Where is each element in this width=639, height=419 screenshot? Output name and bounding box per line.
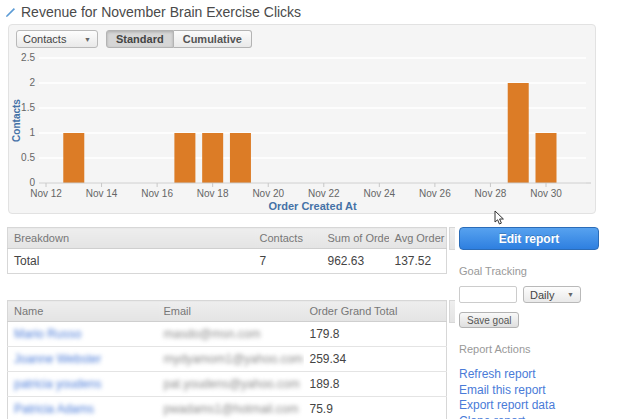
page-title: Revenue for November Brain Exercise Clic…: [21, 4, 301, 20]
x-tick-label: Nov 30: [530, 188, 562, 199]
breakdown-cell: 962.63: [322, 249, 389, 274]
contact-name-cell: patricia youdens: [8, 372, 158, 397]
contact-email-cell: masdo@msn.com: [158, 322, 304, 347]
table-row: Mario Russomasdo@msn.com179.8: [8, 322, 447, 347]
table-row: Patricia Adamspwadams1@hotmail.com75.9: [8, 397, 447, 419]
page-header: Revenue for November Brain Exercise Clic…: [5, 4, 301, 20]
report-action-link[interactable]: Refresh report: [459, 369, 597, 381]
truncated-column-sliver: [449, 300, 455, 323]
x-axis-title: Order Created At: [268, 200, 357, 212]
report-sidebar: Edit report Goal Tracking Daily ▼ Save g…: [459, 227, 597, 419]
goal-interval-select[interactable]: Daily ▼: [523, 286, 581, 303]
edit-pencil-icon[interactable]: [5, 7, 16, 18]
contacts-col-header: Email: [158, 301, 304, 322]
report-page: Revenue for November Brain Exercise Clic…: [0, 0, 639, 419]
breakdown-cell: 7: [254, 249, 322, 274]
contact-email-cell: pat.youdens@yahoo.com: [158, 372, 304, 397]
contact-email-cell: mydyamom1@yahoo.com: [158, 347, 304, 372]
x-tick-label: Nov 16: [141, 188, 173, 199]
report-action-link[interactable]: Export report data: [459, 400, 597, 412]
x-tick-label: Nov 28: [475, 188, 507, 199]
breakdown-cell: Total: [8, 249, 254, 274]
contact-name-link[interactable]: Patricia Adams: [14, 402, 94, 416]
report-actions-label: Report Actions: [459, 343, 597, 355]
contact-email-cell: pwadams1@hotmail.com: [158, 397, 304, 419]
y-tick-label: 0.5: [21, 152, 35, 163]
y-tick-label: 1: [29, 127, 35, 138]
order-grand-total-cell: 189.8: [304, 372, 447, 397]
goal-row: Daily ▼: [459, 286, 597, 303]
bar-day-17[interactable]: [174, 133, 195, 183]
bar-day-29[interactable]: [508, 83, 529, 183]
chart-controls: Contacts ▼ Standard Cumulative: [16, 30, 252, 48]
contacts-table: NameEmailOrder Grand Total Mario Russoma…: [7, 300, 447, 419]
contact-name-cell: Mario Russo: [8, 322, 158, 347]
contacts-col-header: Name: [8, 301, 158, 322]
breakdown-col-header: Sum of Order G...: [322, 228, 389, 249]
goal-tracking-label: Goal Tracking: [459, 265, 597, 277]
x-tick-label: Nov 14: [86, 188, 118, 199]
contacts-col-header: Order Grand Total: [304, 301, 447, 322]
contacts-header-row: NameEmailOrder Grand Total: [8, 301, 447, 322]
contact-email: mydyamom1@yahoo.com: [164, 352, 304, 366]
goal-value-input[interactable]: [459, 286, 517, 303]
table-row: Joanne Webstermydyamom1@yahoo.com259.34: [8, 347, 447, 372]
contact-name-link[interactable]: Joanne Webster: [14, 352, 101, 366]
x-tick-label: Nov 22: [308, 188, 340, 199]
toggle-cumulative[interactable]: Cumulative: [174, 30, 252, 48]
y-axis-title: Contacts: [11, 99, 22, 142]
bar-day-13[interactable]: [63, 133, 84, 183]
chevron-down-icon: ▼: [567, 291, 574, 298]
breakdown-row: Total7962.63137.52: [8, 249, 447, 274]
report-action-link[interactable]: Email this report: [459, 385, 597, 397]
y-tick-label: 2: [29, 77, 35, 88]
chart-mode-toggle: Standard Cumulative: [106, 30, 252, 48]
breakdown-col-header: Contacts: [254, 228, 322, 249]
bar-day-30[interactable]: [536, 133, 557, 183]
save-goal-button[interactable]: Save goal: [459, 312, 519, 328]
x-tick-label: Nov 24: [363, 188, 395, 199]
contact-email: pat.youdens@yahoo.com: [164, 377, 300, 391]
breakdown-header-row: BreakdownContactsSum of Order G...Avg Or…: [8, 228, 447, 249]
breakdown-col-header: Avg Order Gran...: [389, 228, 447, 249]
contact-name-link[interactable]: Mario Russo: [14, 327, 81, 341]
bar-chart[interactable]: 00.511.522.5Nov 12Nov 14Nov 16Nov 18Nov …: [9, 25, 595, 213]
y-tick-label: 2.5: [21, 52, 35, 63]
toggle-standard[interactable]: Standard: [106, 30, 174, 48]
breakdown-cell: 137.52: [389, 249, 447, 274]
contact-name-link[interactable]: patricia youdens: [14, 377, 101, 391]
order-grand-total-cell: 75.9: [304, 397, 447, 419]
goal-interval-value: Daily: [530, 289, 554, 301]
report-actions-list: Refresh reportEmail this reportExport re…: [459, 369, 597, 419]
bar-day-19[interactable]: [230, 133, 251, 183]
breakdown-col-header: Breakdown: [8, 228, 254, 249]
truncated-column-sliver: [449, 227, 455, 250]
contact-name-cell: Joanne Webster: [8, 347, 158, 372]
table-row: patricia youdenspat.youdens@yahoo.com189…: [8, 372, 447, 397]
chart-panel: Contacts ▼ Standard Cumulative 00.511.52…: [8, 24, 596, 214]
y-tick-label: 0: [29, 177, 35, 188]
breakdown-table: BreakdownContactsSum of Order G...Avg Or…: [7, 227, 447, 274]
x-tick-label: Nov 20: [252, 188, 284, 199]
x-tick-label: Nov 26: [419, 188, 451, 199]
edit-report-button[interactable]: Edit report: [459, 227, 599, 250]
contact-name-cell: Patricia Adams: [8, 397, 158, 419]
chevron-down-icon: ▼: [84, 36, 91, 43]
metric-select[interactable]: Contacts ▼: [16, 30, 98, 48]
metric-select-value: Contacts: [23, 33, 66, 45]
order-grand-total-cell: 179.8: [304, 322, 447, 347]
report-action-link[interactable]: Clone report: [459, 416, 597, 419]
order-grand-total-cell: 259.34: [304, 347, 447, 372]
contact-email: pwadams1@hotmail.com: [164, 402, 299, 416]
y-tick-label: 1.5: [21, 102, 35, 113]
mouse-cursor: [494, 210, 506, 226]
contact-email: masdo@msn.com: [164, 327, 261, 341]
x-tick-label: Nov 18: [197, 188, 229, 199]
bar-day-18[interactable]: [202, 133, 223, 183]
x-tick-label: Nov 12: [30, 188, 62, 199]
